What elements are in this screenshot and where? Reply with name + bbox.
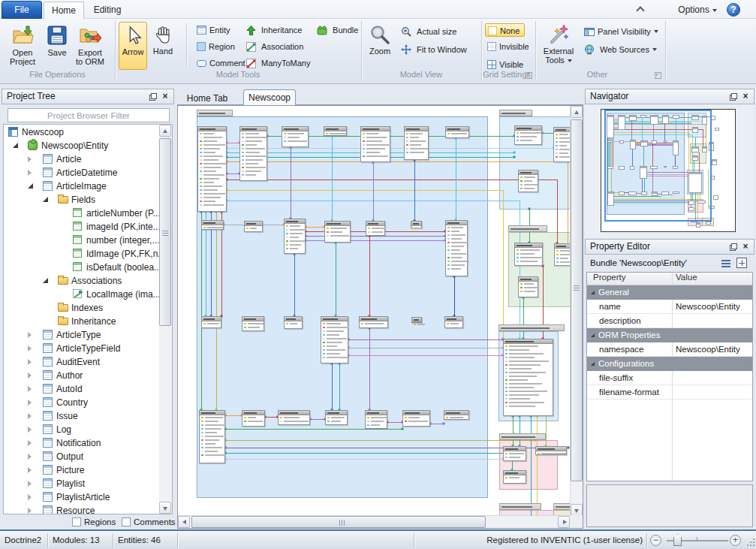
expand-arrow-icon[interactable] (28, 400, 32, 406)
region-tag[interactable] (508, 225, 547, 232)
tree-item-indexes[interactable]: Indexes (4, 301, 159, 315)
region-tool-button[interactable]: Region (197, 41, 235, 55)
tree-scrollbar-thumb[interactable] (159, 138, 171, 326)
expand-arrow-icon[interactable] (28, 345, 32, 351)
diagram-entity[interactable] (365, 410, 387, 429)
regions-checkbox[interactable] (72, 517, 81, 526)
collapse-arrow-icon[interactable] (13, 143, 18, 148)
tree-scrollbar[interactable] (159, 125, 172, 514)
web-sources-button[interactable]: Web Sources (584, 44, 657, 58)
close-panel-icon[interactable]: × (161, 92, 170, 101)
tree-item-playlist[interactable]: Playlist (4, 477, 159, 490)
grid-none-button[interactable]: None (485, 23, 525, 37)
collapse-arrow-icon[interactable] (43, 197, 48, 202)
expand-arrow-icon[interactable] (28, 454, 32, 460)
property-row-namespace[interactable]: namespaceNewscoop\Entity (587, 342, 752, 357)
region-tag[interactable] (499, 433, 546, 440)
fit-to-window-button[interactable]: Fit to Window (401, 44, 467, 58)
diagram-entity[interactable] (553, 127, 570, 162)
diagram-entity[interactable] (324, 126, 347, 136)
navigator-minimap[interactable] (601, 109, 736, 232)
tree-item-playlistarticle[interactable]: PlaylistArticle (4, 490, 159, 504)
diagram-entity[interactable] (503, 339, 553, 416)
region-tag[interactable] (197, 110, 233, 116)
zoom-slider-thumb[interactable] (673, 534, 682, 546)
tab-newscoop[interactable]: Newscoop (243, 89, 296, 105)
diagram-entity[interactable] (404, 126, 429, 160)
diagram-entity[interactable] (324, 221, 351, 243)
float-panel-icon[interactable] (149, 93, 157, 101)
diagram-entity[interactable] (503, 446, 526, 461)
tree-item-notification[interactable]: Notification (4, 436, 159, 450)
expand-arrow-icon[interactable] (28, 386, 32, 392)
scroll-down-button[interactable] (159, 502, 171, 514)
scroll-right-button[interactable] (558, 516, 570, 528)
tree-item-article[interactable]: Article (4, 152, 159, 166)
diagram-entity[interactable] (321, 316, 348, 363)
property-row-file-suffix[interactable]: file-suffix (587, 371, 752, 385)
arrow-tool-button[interactable]: Arrow (119, 22, 147, 70)
external-tools-button[interactable]: External Tools (539, 22, 578, 73)
zoom-button[interactable]: Zoom (365, 22, 395, 70)
tree-item-number-integer[interactable]: number (integer,... (4, 234, 159, 247)
diagram-entity[interactable] (411, 317, 422, 323)
region-tag[interactable] (499, 110, 532, 116)
expand-arrow-icon[interactable] (28, 427, 32, 433)
region-tag[interactable] (498, 324, 565, 331)
property-value[interactable]: Newscoop\Entity (676, 342, 740, 356)
property-group-configurations[interactable]: Configurations (587, 357, 752, 371)
ribbon-tab-editing[interactable]: Editing (86, 2, 129, 19)
group-collapse-icon[interactable] (591, 333, 595, 337)
tree-item-resource[interactable]: Resource (4, 504, 159, 514)
collapse-arrow-icon[interactable] (43, 278, 48, 283)
save-button[interactable]: Save (40, 22, 74, 70)
diagram-entity[interactable] (518, 170, 538, 192)
diagram-entity[interactable] (282, 126, 309, 147)
diagram-entity[interactable] (201, 220, 224, 230)
region-tag[interactable] (553, 503, 570, 510)
property-row-filename-format[interactable]: filename-format (587, 385, 752, 400)
diagram-entity[interactable] (445, 220, 468, 276)
diagram-entity[interactable] (197, 126, 227, 212)
close-panel-icon[interactable]: × (741, 243, 750, 252)
expand-arrow-icon[interactable] (28, 494, 32, 500)
diagram-entity[interactable] (535, 446, 567, 455)
property-group-orm-properties[interactable]: ORM Properties (587, 328, 752, 342)
expand-arrow-icon[interactable] (28, 440, 32, 446)
zoom-in-button[interactable]: + (730, 535, 741, 546)
collapse-ribbon-icon[interactable] (637, 5, 643, 12)
property-value[interactable]: Newscoop\Entity (676, 300, 740, 313)
scroll-left-button[interactable] (178, 516, 190, 528)
group-collapse-icon[interactable] (591, 362, 595, 366)
float-panel-icon[interactable] (730, 93, 737, 101)
scroll-down-button[interactable] (571, 504, 583, 516)
ribbon-tab-home[interactable]: Home (44, 2, 84, 19)
bundle-tool-button[interactable]: Bundle (317, 25, 358, 38)
expand-arrow-icon[interactable] (28, 508, 32, 514)
tree-item-output[interactable]: Output (4, 450, 159, 463)
expand-arrow-icon[interactable] (28, 413, 32, 419)
canvas-vscrollbar-thumb[interactable] (571, 119, 583, 481)
property-row-name[interactable]: nameNewscoop\Entity (587, 300, 752, 314)
tree-item-isdefault-boolea[interactable]: isDefault (boolea... (4, 261, 159, 274)
diagram-entity[interactable] (284, 219, 306, 254)
expand-arrow-icon[interactable] (28, 170, 32, 176)
tree-item-localimage-ima[interactable]: LocalImage (ima... (4, 288, 159, 301)
diagram-entity[interactable] (445, 126, 469, 138)
zoom-out-button[interactable]: − (650, 535, 661, 546)
diagram-entity[interactable] (242, 316, 264, 331)
float-panel-icon[interactable] (730, 243, 737, 251)
window-resize-grip[interactable] (745, 538, 754, 547)
expand-arrow-icon[interactable] (28, 481, 32, 487)
expand-arrow-icon[interactable] (28, 359, 32, 365)
diagram-entity[interactable] (325, 410, 348, 425)
tree-item-author[interactable]: Author (4, 369, 159, 382)
diagram-entity[interactable] (514, 243, 543, 266)
scroll-up-button[interactable] (159, 125, 171, 137)
tree-item-newscoop[interactable]: Newscoop (4, 125, 159, 139)
diagram-entity[interactable] (514, 125, 542, 145)
tree-item-picture[interactable]: Picture (4, 463, 159, 477)
close-panel-icon[interactable]: × (741, 92, 750, 101)
expand-arrow-icon[interactable] (28, 373, 32, 379)
association-tool-button[interactable]: Association (246, 41, 303, 55)
